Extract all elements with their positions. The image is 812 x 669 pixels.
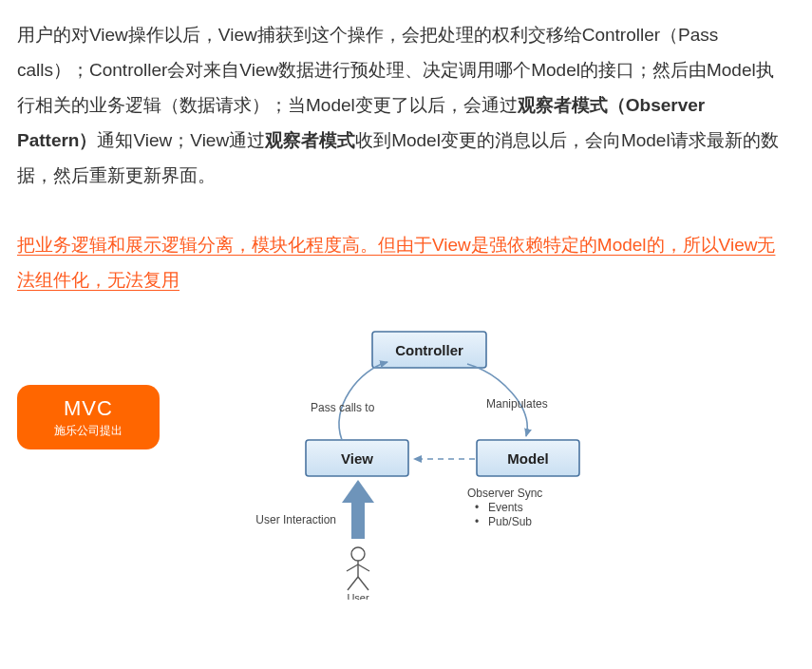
user-interaction-arrow-head [342, 480, 374, 503]
label-observer-bullet-1: • [475, 501, 479, 514]
user-icon [347, 547, 369, 590]
label-observer-pubsub: Pub/Sub [488, 515, 532, 528]
user-interaction-arrow-shaft [351, 501, 365, 539]
para-segment-2: 通知View；View通过 [97, 130, 265, 150]
mvc-diagram: Controller View Model Pass calls to Mani… [173, 324, 789, 603]
label-observer-bullet-2: • [475, 515, 479, 528]
controller-label: Controller [395, 342, 463, 358]
mvc-badge-subtitle: 施乐公司提出 [54, 423, 123, 439]
label-pass-calls: Pass calls to [311, 401, 375, 414]
svg-line-5 [358, 577, 368, 590]
mvc-badge: MVC 施乐公司提出 [17, 385, 160, 449]
svg-line-4 [348, 577, 358, 590]
label-user-interaction: User Interaction [255, 513, 336, 526]
highlight-summary: 把业务逻辑和展示逻辑分离，模块化程度高。但由于View是强依赖特定的Model的… [17, 227, 789, 297]
label-observer-events: Events [488, 501, 523, 514]
mvc-diagram-svg: Controller View Model Pass calls to Mani… [173, 324, 648, 600]
label-observer-title: Observer Sync [467, 487, 542, 500]
para-bold-observer-2: 观察者模式 [265, 130, 355, 150]
svg-point-0 [351, 547, 365, 561]
model-label: Model [507, 450, 548, 467]
mvc-badge-title: MVC [64, 396, 113, 421]
svg-line-3 [358, 564, 369, 571]
body-paragraph: 用户的对View操作以后，View捕获到这个操作，会把处理的权利交移给Contr… [17, 17, 789, 193]
highlight-text: 把业务逻辑和展示逻辑分离，模块化程度高。但由于View是强依赖特定的Model的… [17, 235, 775, 290]
view-label: View [341, 450, 373, 467]
label-user: User [347, 592, 369, 600]
label-manipulates: Manipulates [486, 397, 548, 411]
svg-line-2 [347, 564, 358, 571]
diagram-section: MVC 施乐公司提出 Controll [17, 324, 789, 603]
